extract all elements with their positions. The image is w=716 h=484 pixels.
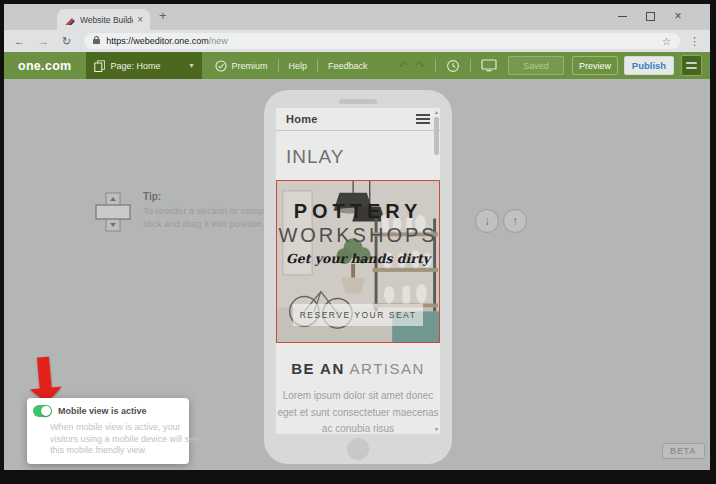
onecom-editor-favicon bbox=[64, 14, 75, 25]
browser-tab[interactable]: Website Builder × bbox=[57, 9, 150, 30]
toolbar-divider bbox=[317, 59, 318, 72]
publish-label: Publish bbox=[632, 60, 666, 71]
tooltip-title: Mobile view is active bbox=[58, 406, 147, 416]
url-main: https://webeditor.one.com bbox=[106, 36, 209, 46]
toolbar-divider bbox=[435, 59, 436, 72]
editor-menu-button[interactable] bbox=[681, 55, 702, 76]
site-heading[interactable]: INLAY bbox=[286, 146, 440, 168]
publish-button[interactable]: Publish bbox=[624, 56, 674, 75]
editor-toolbar: one.com Page: Home ▾ Premium Help Feedba… bbox=[4, 52, 710, 79]
maximize-icon bbox=[646, 12, 655, 21]
tab-strip: Website Builder × + × bbox=[4, 4, 710, 30]
toolbar-divider bbox=[470, 59, 471, 72]
url-bar[interactable]: https://webeditor.one.com/new ☆ bbox=[84, 33, 680, 49]
body-text[interactable]: Lorem ipsum dolor sit amet donec eget et… bbox=[276, 388, 440, 434]
up-arrow-icon: ↑ bbox=[512, 214, 518, 228]
window-minimize-button[interactable] bbox=[613, 4, 631, 28]
premium-button[interactable]: Premium bbox=[215, 60, 268, 72]
help-label: Help bbox=[289, 61, 308, 71]
hero-subtitle: WORKSHOPS bbox=[278, 224, 437, 247]
feedback-button[interactable]: Feedback bbox=[328, 61, 368, 71]
section-heading[interactable]: BE AN ARTISAN bbox=[276, 360, 440, 377]
back-icon[interactable]: ← bbox=[14, 36, 25, 47]
desktop-view-icon[interactable] bbox=[481, 59, 497, 72]
tooltip-line: When mobile view is active, your bbox=[50, 422, 181, 434]
toggle-knob bbox=[41, 406, 51, 416]
phone-mockup: Home INLAY bbox=[264, 90, 452, 464]
phone-screen: Home INLAY bbox=[276, 108, 440, 434]
body-line: Lorem ipsum dolor sit amet donec bbox=[276, 388, 440, 405]
mobile-view-toggle[interactable] bbox=[33, 405, 52, 417]
site-hamburger-icon[interactable] bbox=[416, 114, 430, 124]
premium-check-icon bbox=[215, 60, 227, 72]
menu-icon bbox=[686, 62, 697, 64]
page-selector[interactable]: Page: Home ▾ bbox=[86, 52, 202, 79]
page-selector-label: Page: Home bbox=[111, 61, 161, 71]
hero-tagline: Get your hands dirty bbox=[286, 251, 430, 266]
new-tab-button[interactable]: + bbox=[159, 8, 167, 23]
undo-icon[interactable]: ↶ bbox=[399, 60, 408, 71]
mobile-view-tooltip: Mobile view is active When mobile view i… bbox=[27, 398, 189, 464]
preview-label: Preview bbox=[579, 61, 611, 71]
history-clock-icon[interactable] bbox=[446, 59, 460, 73]
down-arrow-icon: ↓ bbox=[484, 214, 490, 228]
forward-icon[interactable]: → bbox=[38, 36, 49, 47]
scrollbar-thumb[interactable] bbox=[434, 117, 439, 155]
saved-label: Saved bbox=[523, 61, 549, 71]
beta-badge: BETA bbox=[662, 443, 705, 459]
move-section-up-button[interactable]: ↑ bbox=[503, 209, 527, 233]
scrollbar-down-icon[interactable]: ▼ bbox=[434, 427, 439, 432]
browser-navbar: ← → ↻ https://webeditor.one.com/new ☆ ⋮ bbox=[4, 30, 710, 52]
hero-section-selected[interactable]: POTTERY WORKSHOPS Get your hands dirty R… bbox=[276, 180, 440, 343]
saved-button: Saved bbox=[508, 56, 564, 75]
reload-icon[interactable]: ↻ bbox=[62, 36, 71, 47]
redo-icon[interactable]: ↷ bbox=[416, 60, 425, 71]
body-line: eget et sunt consectetuer maecenas bbox=[276, 405, 440, 422]
tooltip-line: visitors using a mobile device will see bbox=[50, 434, 181, 446]
url-text: https://webeditor.one.com/new bbox=[106, 36, 228, 46]
screenshot-stage: Website Builder × + × ← → ↻ https://webe… bbox=[0, 0, 716, 484]
help-button[interactable]: Help bbox=[289, 61, 308, 71]
move-section-down-button[interactable]: ↓ bbox=[475, 209, 499, 233]
toolbar-divider bbox=[278, 59, 279, 72]
chevron-down-icon: ▾ bbox=[189, 61, 193, 70]
window-maximize-button[interactable] bbox=[641, 4, 659, 28]
site-header: Home bbox=[276, 108, 440, 131]
body-line: ac conubia risus bbox=[276, 421, 440, 434]
premium-label: Premium bbox=[232, 61, 268, 71]
phone-home-button bbox=[347, 438, 369, 460]
padlock-icon bbox=[93, 39, 100, 44]
url-path: /new bbox=[209, 36, 228, 46]
browser-window: Website Builder × + × ← → ↻ https://webe… bbox=[4, 4, 710, 470]
site-nav-title[interactable]: Home bbox=[286, 113, 318, 125]
reorder-tip: Tip: To reorder a section or component, … bbox=[94, 191, 290, 233]
editor-canvas: Tip: To reorder a section or component, … bbox=[4, 79, 710, 470]
onecom-logo: one.com bbox=[18, 59, 72, 73]
drag-reorder-icon bbox=[94, 191, 132, 233]
minimize-icon bbox=[618, 16, 627, 17]
bookmark-star-icon[interactable]: ☆ bbox=[662, 36, 671, 47]
feedback-label: Feedback bbox=[328, 61, 368, 71]
phone-speaker bbox=[339, 99, 377, 104]
browser-menu-icon[interactable]: ⋮ bbox=[689, 35, 700, 48]
tooltip-line: this mobile friendly view. bbox=[50, 445, 181, 457]
tab-title: Website Builder bbox=[80, 15, 133, 25]
page-icon bbox=[94, 60, 105, 72]
tab-close-icon[interactable]: × bbox=[137, 15, 143, 25]
preview-button[interactable]: Preview bbox=[572, 56, 618, 75]
reserve-seat-button[interactable]: RESERVE YOUR SEAT bbox=[293, 304, 423, 326]
scrollbar-up-icon[interactable]: ▲ bbox=[434, 110, 439, 115]
hero-title: POTTERY bbox=[294, 200, 423, 223]
section-heading-bold: BE AN bbox=[291, 360, 345, 377]
window-close-button[interactable]: × bbox=[669, 4, 687, 28]
section-heading-light: ARTISAN bbox=[350, 360, 425, 377]
